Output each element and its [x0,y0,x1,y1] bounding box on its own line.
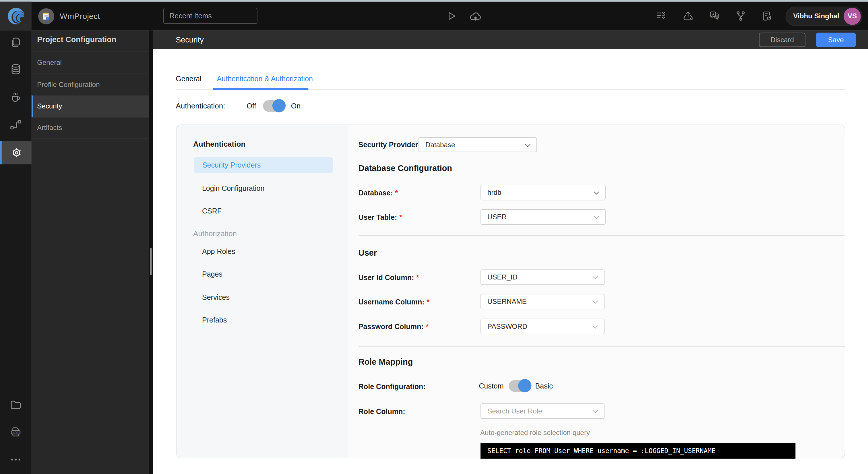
panel-item-artifacts[interactable]: Artifacts [32,117,149,139]
authentication-switch[interactable] [262,100,284,112]
subnav-item-login-configuration[interactable]: Login Configuration [202,184,265,192]
localization-button[interactable]: A 文 [709,1,721,30]
wavemaker-logo-icon [5,5,27,27]
username-column-value: USERNAME [487,298,527,306]
save-button[interactable]: Save [816,33,856,47]
git-branch-icon [735,10,747,22]
top-bar: WmProject [0,1,868,30]
user-table-label: User Table:* [359,213,402,221]
project-config-panel: Project Configuration General Profile Co… [32,30,149,474]
security-provider-select[interactable]: Database [418,137,537,152]
user-id-column-value: USER_ID [487,274,518,281]
user-name: Vibhu Singhal [793,12,839,20]
password-column-label: Password Column:* [359,322,429,331]
connector-icon [9,118,22,131]
subnav-section-authorization: Authorization [193,229,237,238]
subnav-item-app-roles[interactable]: App Roles [202,247,236,256]
svg-text:A: A [712,12,715,16]
project-clipboard-icon [41,11,52,22]
deploy-button[interactable] [469,1,482,30]
panel-item-profile-configuration[interactable]: Profile Configuration [32,73,149,95]
tab-bar: General Authentication & Authorization [176,74,313,83]
user-id-column-select[interactable]: USER_ID [480,270,604,285]
subnav-section-authentication: Authentication [193,140,245,148]
rail-item-logs[interactable]: LOG [0,421,32,444]
panel-item-general[interactable]: General [32,51,149,73]
subnav-item-prefabs[interactable]: Prefabs [202,316,227,324]
rail-item-database[interactable] [0,58,32,81]
role-selection-query: SELECT role FROM User WHERE username = :… [480,443,795,459]
main-header: Security Discard Save [152,30,868,49]
rail-item-java-services[interactable] [0,85,32,108]
panel-scrollbar-thumb[interactable] [150,248,152,275]
project-avatar[interactable] [38,8,54,24]
security-provider-label: Security Provider [359,140,418,149]
tasks-button[interactable] [655,1,667,30]
database-configuration-heading: Database Configuration [359,163,452,173]
panel-items: General Profile Configuration Security A… [32,51,149,139]
rail-item-settings[interactable] [0,141,32,164]
subnav-item-services[interactable]: Services [202,293,229,302]
role-column-placeholder: Search User Role [487,407,542,415]
username-column-select[interactable]: USERNAME [480,294,604,309]
upload-tray-icon [682,10,694,22]
chevron-down-icon [592,323,598,328]
section-divider [359,235,844,236]
ellipsis-icon [9,453,22,466]
chevron-down-icon [592,274,598,279]
rail-item-apis[interactable] [0,113,32,136]
folder-icon [9,398,22,411]
panel-title: Project Configuration [37,35,116,43]
panel-splitter [149,30,153,474]
security-subnav: Authentication Security Providers Login … [177,125,348,457]
database-icon [9,63,22,75]
user-menu[interactable]: Vibhu Singhal VS [786,6,863,26]
user-table-select[interactable]: USER [480,209,606,225]
app-window: WmProject [0,0,868,474]
security-content: General Authentication & Authorization A… [152,49,868,474]
subnav-item-security-providers[interactable]: Security Providers [193,157,333,173]
tab-general[interactable]: General [176,74,201,83]
sync-project-button[interactable] [761,1,773,30]
coffee-cup-icon [9,90,22,103]
database-select[interactable]: hrdb [480,185,606,200]
role-configuration-switch[interactable] [508,380,530,392]
play-icon [445,10,457,22]
rail-item-files[interactable] [0,393,32,416]
rail-item-more[interactable] [0,448,32,471]
active-tab-indicator [213,88,308,90]
run-preview-button[interactable] [445,1,457,30]
recent-items-search-input[interactable] [163,8,257,24]
role-configuration-toggle-row: Custom Basic [479,379,553,392]
page-title: Security [176,35,204,44]
chevron-down-icon [594,189,599,194]
authentication-label: Authentication: [176,102,247,110]
chevron-down-icon [592,298,598,304]
subnav-item-csrf[interactable]: CSRF [202,207,222,215]
project-name[interactable]: WmProject [60,1,100,30]
subnav-item-pages[interactable]: Pages [202,270,222,278]
wavemaker-logo[interactable] [0,1,32,30]
rail-item-pages[interactable] [0,30,32,54]
export-button[interactable] [682,1,694,30]
left-icon-rail: LOG [0,30,32,474]
svg-text:LOG: LOG [13,431,19,434]
role-column-label: Role Column: [359,407,405,415]
toggle-on-label: On [291,102,301,110]
user-table-value: USER [487,213,507,221]
branch-button[interactable] [735,1,747,30]
pages-icon [9,36,22,48]
query-text: SELECT role FROM User WHERE username = :… [487,447,715,455]
password-column-select[interactable]: PASSWORD [480,319,604,334]
user-id-column-label: User Id Column:* [359,274,419,282]
role-mapping-heading: Role Mapping [359,357,413,367]
database-label: Database:* [359,189,398,197]
security-provider-form: Security Provider Database Database Conf… [348,125,846,457]
role-column-select[interactable]: Search User Role [480,403,604,419]
switch-knob [272,99,285,112]
log-file-icon: LOG [9,425,22,439]
tab-authentication-authorization[interactable]: Authentication & Authorization [217,74,313,83]
discard-button[interactable]: Discard [759,33,805,47]
panel-item-security[interactable]: Security [32,95,149,117]
gear-icon [10,146,23,159]
